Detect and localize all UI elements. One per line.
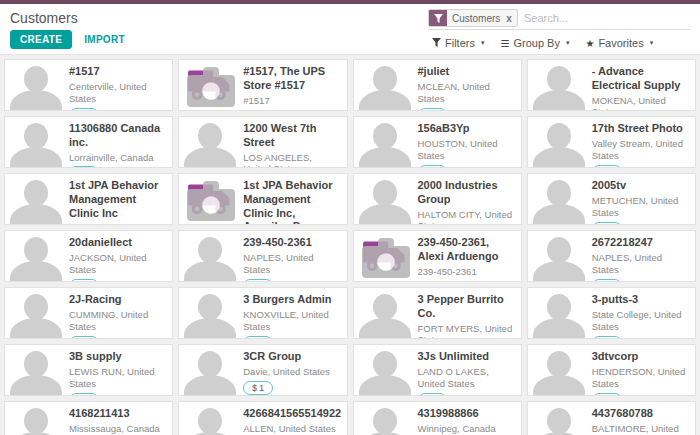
facet-close-icon[interactable]: x (505, 10, 517, 26)
customer-card[interactable]: 3-putts-3 State College, United States $… (527, 287, 696, 339)
filters-dropdown[interactable]: Filters ▾ (432, 37, 484, 49)
customer-image (179, 402, 241, 435)
opportunity-badge: $ 1 (69, 279, 99, 283)
customer-subtitle: 239-450-2361 (418, 266, 513, 278)
list-icon: ☰ (500, 38, 509, 49)
customer-card-body: 3 Pepper Burrito Co. FORT MYERS, United … (416, 288, 521, 338)
customer-card-body: 3CR Group Davie, United States $ 1 (241, 345, 346, 395)
customer-image (5, 345, 67, 395)
camera-icon (360, 238, 412, 278)
customer-card-body: 3 Burgers Admin KNOXVILLE, United States… (241, 288, 346, 338)
customer-card[interactable]: 11306880 Canada inc. Lorrainville, Canad… (4, 116, 173, 168)
page-title: Customers (10, 10, 133, 26)
customer-location: ALLEN, United States (243, 423, 341, 435)
customer-card[interactable]: 2672218247 NAPLES, United States $ 1 (527, 230, 696, 282)
control-panel: Customers CREATE IMPORT Customers x Filt… (0, 4, 700, 55)
customer-card[interactable]: 1200 West 7th Street LOS ANGELES, United… (178, 116, 347, 168)
customer-card-body: 11306880 Canada inc. Lorrainville, Canad… (67, 117, 172, 167)
opportunity-badge: $ 1 (592, 279, 622, 283)
customer-image (5, 231, 67, 281)
opportunity-badge: $ 1 (418, 393, 448, 397)
customer-card-body: 3Js Unlimited LAND O LAKES, United State… (416, 345, 521, 395)
customer-card[interactable]: 2J-Racing CUMMING, United States $ 1 (4, 287, 173, 339)
customer-card[interactable]: 2005tv METUCHEN, United States $ 1 (527, 173, 696, 225)
customer-card[interactable]: 20daniellect JACKSON, United States $ 1 (4, 230, 173, 282)
customer-location: NAPLES, United States (418, 279, 513, 282)
customer-location: State College, United States (592, 309, 687, 333)
customer-location: LOS ANGELES, United States (243, 152, 338, 169)
customer-card-body: 4266841565514922 ALLEN, United States (241, 402, 347, 435)
customer-name: 2005tv (592, 179, 687, 193)
customer-name: 2672218247 (592, 236, 687, 250)
customer-image (354, 231, 416, 281)
customer-card[interactable]: 1st JPA Behavior Management Clinic Inc, … (178, 173, 347, 225)
customer-location: Centerville, United States (69, 81, 164, 105)
customer-image (5, 60, 67, 110)
customer-image (528, 288, 590, 338)
truck-image (354, 231, 416, 281)
search-bar[interactable]: Customers x (428, 9, 690, 30)
customer-name: #1517 (69, 65, 164, 79)
favorites-dropdown[interactable]: ★ Favorites ▾ (585, 37, 653, 49)
customer-card[interactable]: 4168211413 Mississauga, Canada (4, 401, 173, 435)
search-input[interactable] (518, 10, 690, 26)
customer-card[interactable]: 1st JPA Behavior Management Clinic Inc C… (4, 173, 173, 225)
customer-name: 239-450-2361, Alexi Arduengo (418, 236, 513, 264)
customer-card-body: 3dtvcorp HENDERSON, United States $ 1 (590, 345, 695, 395)
opportunity-badge: $ 1 (592, 165, 622, 169)
customer-card[interactable]: #1517 Centerville, United States $ 1 (4, 59, 173, 111)
customer-location: HALTOM CITY, United States (418, 209, 513, 226)
customer-card[interactable]: 3 Burgers Admin KNOXVILLE, United States… (178, 287, 347, 339)
customer-card[interactable]: - Advance Electrical Supply MOKENA, Unit… (527, 59, 696, 111)
customer-image (528, 117, 590, 167)
customer-name: 4437680788 (592, 407, 687, 421)
customer-card-body: 1st JPA Behavior Management Clinic Inc, … (241, 174, 346, 224)
opportunity-badge: $ 1 (69, 393, 99, 397)
customer-name: 2000 Industries Group (418, 179, 513, 207)
opportunity-badge: $ 1 (243, 279, 273, 283)
import-button[interactable]: IMPORT (76, 31, 133, 48)
funnel-icon (432, 38, 441, 49)
customer-name: 3Js Unlimited (418, 350, 513, 364)
customer-card[interactable]: 17th Street Photo Valley Stream, United … (527, 116, 696, 168)
customer-card[interactable]: 239-450-2361, Alexi Arduengo 239-450-236… (353, 230, 522, 282)
customer-name: 4266841565514922 (243, 407, 341, 421)
customer-image (5, 174, 67, 224)
customer-location: Centerville, United States (243, 108, 338, 111)
customer-name: #1517, The UPS Store #1517 (243, 65, 338, 93)
customer-image (528, 231, 590, 281)
customer-card-body: 3B supply LEWIS RUN, United States $ 1 (67, 345, 172, 395)
customer-card-body: 239-450-2361 NAPLES, United States $ 1 (241, 231, 346, 281)
customer-name: 20daniellect (69, 236, 164, 250)
group-by-dropdown[interactable]: ☰ Group By ▾ (500, 37, 569, 49)
customer-card[interactable]: #juliet MCLEAN, United States $ 1 (353, 59, 522, 111)
customer-name: 3-putts-3 (592, 293, 687, 307)
customer-image (179, 231, 241, 281)
customer-image (179, 174, 241, 224)
customer-card-body: #1517, The UPS Store #1517 #1517 Centerv… (241, 60, 346, 110)
customer-name: 3B supply (69, 350, 164, 364)
customer-card-body: #juliet MCLEAN, United States $ 1 (416, 60, 521, 110)
customer-card-body: 2005tv METUCHEN, United States $ 1 (590, 174, 695, 224)
customer-card[interactable]: #1517, The UPS Store #1517 #1517 Centerv… (178, 59, 347, 111)
customer-card[interactable]: 3 Pepper Burrito Co. FORT MYERS, United … (353, 287, 522, 339)
customer-card[interactable]: 3B supply LEWIS RUN, United States $ 1 (4, 344, 173, 396)
customer-card[interactable]: 4266841565514922 ALLEN, United States (178, 401, 347, 435)
create-button[interactable]: CREATE (10, 30, 72, 49)
customer-card[interactable]: 3dtvcorp HENDERSON, United States $ 1 (527, 344, 696, 396)
customer-card[interactable]: 3CR Group Davie, United States $ 1 (178, 344, 347, 396)
customer-card[interactable]: 3Js Unlimited LAND O LAKES, United State… (353, 344, 522, 396)
customer-card[interactable]: 2000 Industries Group HALTOM CITY, Unite… (353, 173, 522, 225)
truck-image (179, 174, 241, 224)
customer-subtitle: #1517 (243, 95, 338, 107)
customer-card[interactable]: 239-450-2361 NAPLES, United States $ 1 (178, 230, 347, 282)
customer-image (5, 117, 67, 167)
customer-card[interactable]: 156aB3Yp HOUSTON, United States $ 1 (353, 116, 522, 168)
customer-card[interactable]: 4319988866 Winnipeg, Canada (353, 401, 522, 435)
customer-location: CUMMING, United States (69, 309, 164, 333)
customer-card-body: 4319988866 Winnipeg, Canada (416, 402, 521, 435)
search-facet-label: Customers (447, 10, 505, 26)
camera-icon (185, 67, 237, 107)
customer-card[interactable]: 4437680788 BALTIMORE, United States (527, 401, 696, 435)
customer-card-body: 4437680788 BALTIMORE, United States (590, 402, 695, 435)
